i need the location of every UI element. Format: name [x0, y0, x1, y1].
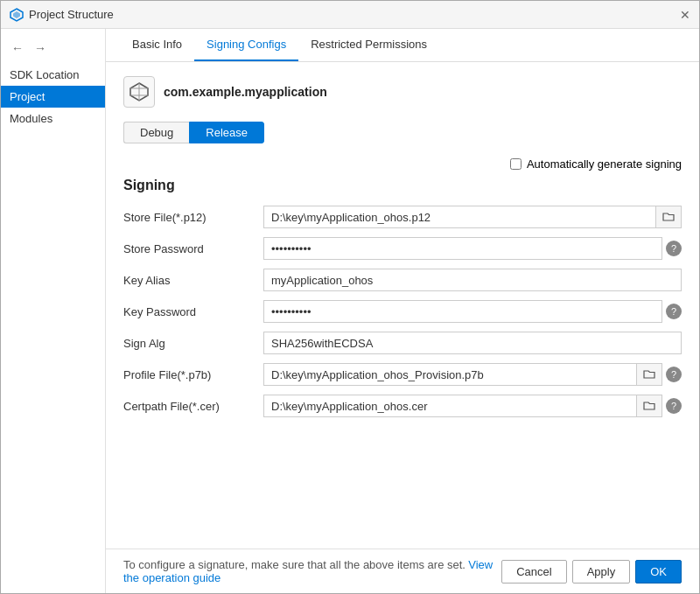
store-file-input-wrap — [263, 206, 682, 228]
form-row-sign-alg: Sign Alg — [123, 332, 682, 354]
dialog-title: Project Structure — [29, 8, 114, 21]
store-password-input-wrap: ? — [263, 237, 682, 260]
title-bar: Project Structure ✕ — [1, 1, 699, 29]
sign-alg-input[interactable] — [263, 332, 682, 354]
tab-signing-configs[interactable]: Signing Configs — [194, 29, 298, 61]
key-alias-label: Key Alias — [123, 274, 263, 287]
app-title-icon — [10, 8, 24, 22]
certpath-file-browse-button[interactable] — [636, 395, 662, 417]
signing-section-title: Signing — [123, 178, 682, 193]
key-password-label: Key Password — [123, 305, 263, 318]
key-password-help-button[interactable]: ? — [666, 304, 682, 319]
sidebar-item-sdk-location[interactable]: SDK Location — [1, 64, 105, 86]
form-row-certpath-file: Certpath File(*.cer) ? — [123, 395, 682, 417]
app-header: com.example.myapplication — [123, 76, 682, 108]
store-password-help-button[interactable]: ? — [666, 241, 682, 256]
profile-file-browse-button[interactable] — [636, 363, 662, 386]
auto-sign-checkbox[interactable] — [510, 158, 522, 170]
store-file-input[interactable] — [263, 206, 655, 228]
auto-sign-label: Automatically generate signing — [527, 157, 682, 171]
forward-button[interactable]: → — [31, 39, 50, 57]
folder-icon — [662, 211, 675, 223]
tabs: Basic Info Signing Configs Restricted Pe… — [106, 29, 699, 62]
app-icon — [123, 76, 155, 108]
release-button[interactable]: Release — [189, 122, 264, 143]
apply-button[interactable]: Apply — [572, 560, 631, 584]
form-row-key-alias: Key Alias — [123, 269, 682, 291]
profile-file-help-button[interactable]: ? — [666, 367, 682, 382]
nav-back-forward: ← → — [1, 36, 105, 64]
store-file-browse-button[interactable] — [655, 206, 682, 228]
certpath-file-label: Certpath File(*.cer) — [123, 400, 263, 413]
tab-basic-info[interactable]: Basic Info — [120, 29, 194, 61]
panel-content: com.example.myapplication Debug Release … — [106, 62, 699, 549]
cancel-button[interactable]: Cancel — [501, 560, 566, 584]
key-password-input[interactable] — [263, 300, 662, 323]
app-cube-icon — [129, 81, 150, 102]
store-file-label: Store File(*.p12) — [123, 211, 263, 224]
key-password-input-wrap: ? — [263, 300, 682, 323]
bottom-bar: To configure a signature, make sure that… — [106, 549, 699, 593]
sign-alg-input-wrap — [263, 332, 682, 354]
form-row-store-file: Store File(*.p12) — [123, 206, 682, 228]
back-button[interactable]: ← — [8, 39, 27, 57]
sidebar: ← → SDK Location Project Modules — [1, 29, 106, 593]
auto-sign-row: Automatically generate signing — [123, 157, 682, 171]
profile-file-input[interactable] — [263, 363, 636, 386]
key-alias-input[interactable] — [263, 269, 682, 291]
debug-button[interactable]: Debug — [123, 122, 189, 143]
sidebar-item-modules[interactable]: Modules — [1, 108, 105, 129]
sidebar-item-project[interactable]: Project — [1, 86, 105, 108]
bottom-hint: To configure a signature, make sure that… — [123, 558, 501, 584]
profile-file-label: Profile File(*.p7b) — [123, 368, 263, 381]
form-row-key-password: Key Password ? — [123, 300, 682, 323]
folder-icon — [643, 400, 655, 412]
app-name: com.example.myapplication — [164, 85, 327, 99]
store-password-input[interactable] — [263, 237, 662, 260]
certpath-file-input[interactable] — [263, 395, 636, 417]
ok-button[interactable]: OK — [635, 560, 682, 584]
certpath-file-input-group — [263, 395, 662, 417]
close-button[interactable]: ✕ — [680, 8, 690, 22]
svg-marker-1 — [13, 11, 20, 18]
title-bar-left: Project Structure — [10, 8, 114, 22]
debug-release-row: Debug Release — [123, 122, 682, 143]
tab-restricted-permissions[interactable]: Restricted Permissions — [298, 29, 439, 61]
profile-file-input-wrap: ? — [263, 363, 682, 386]
certpath-file-help-button[interactable]: ? — [666, 398, 682, 414]
content-area: ← → SDK Location Project Modules Basic I… — [1, 29, 699, 593]
store-password-label: Store Password — [123, 242, 263, 255]
project-structure-dialog: Project Structure ✕ ← → SDK Location Pro… — [0, 0, 700, 594]
form-row-profile-file: Profile File(*.p7b) ? — [123, 363, 682, 386]
folder-icon — [643, 368, 655, 381]
profile-file-input-group — [263, 363, 662, 386]
bottom-buttons: Cancel Apply OK — [501, 560, 682, 584]
certpath-file-input-wrap: ? — [263, 395, 682, 417]
store-file-input-group — [263, 206, 682, 228]
main-panel: Basic Info Signing Configs Restricted Pe… — [106, 29, 699, 593]
form-row-store-password: Store Password ? — [123, 237, 682, 260]
sign-alg-label: Sign Alg — [123, 337, 263, 350]
key-alias-input-wrap — [263, 269, 682, 291]
